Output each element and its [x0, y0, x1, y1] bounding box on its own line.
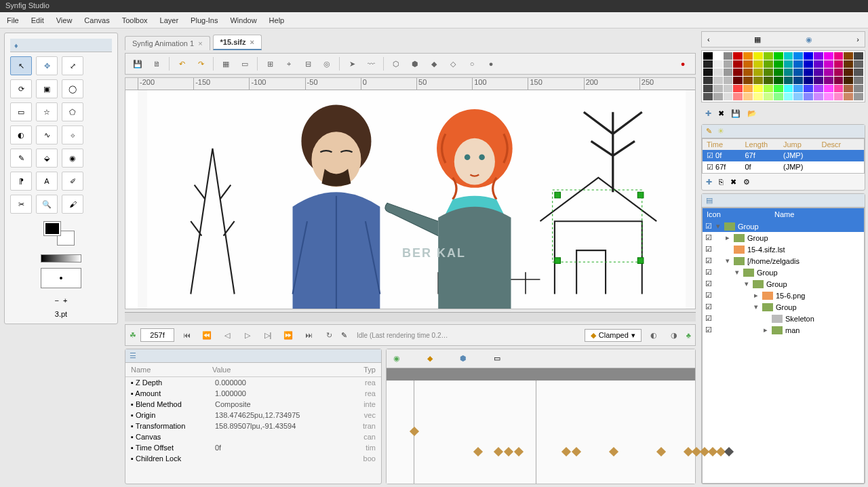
layer-row[interactable]: ☑▾Group [703, 278, 864, 290]
palette1-icon[interactable]: ▦ [754, 35, 761, 44]
keyframe-row[interactable]: ☑ 0f67f(JMP) [703, 150, 864, 161]
palette-color[interactable] [834, 93, 844, 100]
mirror-tool[interactable]: ▣ [36, 79, 58, 98]
param-row[interactable]: ▪ Z Depth0.000000rea [125, 377, 381, 388]
palette-color[interactable] [793, 60, 803, 68]
play-icon[interactable]: ▷ [239, 327, 256, 343]
palette-color[interactable] [703, 69, 713, 76]
timeline-ruler[interactable] [387, 368, 695, 381]
width-tool[interactable]: ◉ [62, 149, 83, 168]
palette-color[interactable] [713, 69, 723, 76]
palette-color[interactable] [844, 93, 853, 100]
palette-color[interactable] [733, 77, 743, 84]
palette-color[interactable] [804, 60, 813, 68]
cutout-tool[interactable]: ✂ [10, 195, 32, 214]
size-minus[interactable]: − [55, 296, 59, 305]
palette-color[interactable] [753, 52, 763, 60]
palette-color[interactable] [774, 60, 783, 68]
seek-prev-kf-icon[interactable]: ⏪ [199, 327, 215, 343]
delete-color-icon[interactable]: ✖ [718, 109, 724, 118]
palette-color[interactable] [743, 93, 753, 100]
palette-color[interactable] [703, 77, 713, 84]
palette-color[interactable] [784, 52, 793, 60]
transform-tool[interactable]: ↖ [10, 56, 32, 75]
palette-color[interactable] [774, 85, 783, 92]
palette-color[interactable] [784, 69, 793, 76]
palette-color[interactable] [854, 69, 863, 76]
close-icon[interactable]: × [250, 38, 254, 46]
spline-tool[interactable]: ∿ [36, 125, 58, 144]
mode2-icon[interactable]: ◑ [666, 327, 682, 343]
h-scrollbar[interactable] [125, 312, 696, 322]
path-icon[interactable]: 〰 [363, 56, 379, 72]
save-icon[interactable]: 💾 [130, 56, 146, 72]
grid-icon[interactable]: ⊞ [262, 56, 278, 72]
seek-next-icon[interactable]: ▷| [260, 327, 276, 343]
palette-color[interactable] [724, 77, 733, 84]
tl-icon2[interactable]: ◆ [427, 354, 433, 363]
layer-row[interactable]: ☑▾[/home/zelgadis [703, 255, 864, 267]
load-palette-icon[interactable]: 📂 [747, 109, 757, 118]
sketch-tool[interactable]: ✐ [62, 172, 83, 191]
palette-color[interactable] [844, 69, 853, 76]
palette-color[interactable] [814, 60, 823, 68]
tab-animation-1[interactable]: Synfig Animation 1× [125, 36, 210, 50]
palette-color[interactable] [854, 52, 863, 60]
save-all-icon[interactable]: 🗎 [149, 56, 165, 72]
seek-start-icon[interactable]: ⏮ [178, 327, 195, 343]
menu-plugins[interactable]: Plug-Ins [191, 16, 218, 24]
palette-color[interactable] [774, 93, 783, 100]
rotate-tool[interactable]: ⟳ [10, 79, 32, 98]
param-row[interactable]: ▪ Canvascan [125, 431, 381, 442]
menu-file[interactable]: File [7, 16, 19, 24]
kf-dup-icon[interactable]: ⎘ [719, 178, 724, 186]
canvas-viewport[interactable]: BER KAL [138, 90, 695, 309]
palette-color[interactable] [854, 77, 863, 84]
palette-color[interactable] [804, 93, 813, 100]
palette-color[interactable] [774, 69, 783, 76]
seek-next-kf-icon[interactable]: ⏩ [280, 327, 296, 343]
preview-icon[interactable]: ▭ [237, 56, 253, 72]
palette-color[interactable] [854, 60, 863, 68]
timeline-body[interactable] [387, 381, 695, 484]
interpolation-dropdown[interactable]: ◆Clamped▾ [585, 329, 642, 342]
handle6-icon[interactable]: ● [483, 56, 499, 72]
layer-row[interactable]: ☑▸15-6.png [703, 290, 864, 301]
record-icon[interactable]: ● [675, 56, 691, 72]
palette-color[interactable] [713, 52, 723, 60]
palette-color[interactable] [764, 60, 773, 68]
palette-color[interactable] [814, 85, 823, 92]
move-tool[interactable]: ✥ [36, 56, 58, 75]
palette-color[interactable] [743, 60, 753, 68]
next-palette-icon[interactable]: › [856, 35, 859, 43]
text-tool[interactable]: A [36, 172, 58, 191]
cursor-icon[interactable]: ➤ [344, 56, 360, 72]
menu-canvas[interactable]: Canvas [84, 16, 109, 24]
handle-icon[interactable]: ⬡ [388, 56, 404, 72]
color-swatch[interactable] [44, 222, 78, 249]
gradient-swatch[interactable] [41, 254, 81, 262]
palette-color[interactable] [703, 60, 713, 68]
palette-color[interactable] [844, 85, 853, 92]
add-color-icon[interactable]: ✚ [705, 109, 711, 118]
palette-color[interactable] [724, 60, 733, 68]
onion-icon[interactable]: ◎ [319, 56, 335, 72]
save-palette-icon[interactable]: 💾 [731, 109, 741, 118]
param-row[interactable]: ▪ Children Lockboo [125, 453, 381, 464]
palette-color[interactable] [824, 93, 833, 100]
fill-tool[interactable]: ⬙ [36, 149, 58, 168]
menu-window[interactable]: Window [230, 16, 256, 24]
palette-color[interactable] [844, 52, 853, 60]
palette-color[interactable] [784, 60, 793, 68]
seek-end-icon[interactable]: ⏭ [300, 327, 317, 343]
palette-color[interactable] [793, 52, 803, 60]
palette-color[interactable] [854, 93, 863, 100]
layers-tab-icon[interactable]: ▤ [706, 196, 713, 205]
kf-props-icon[interactable]: ⚙ [743, 178, 750, 187]
palette-color[interactable] [743, 69, 753, 76]
palette-color[interactable] [844, 77, 853, 84]
redo-icon[interactable]: ↷ [193, 56, 209, 72]
palette-color[interactable] [743, 52, 753, 60]
menu-view[interactable]: View [56, 16, 73, 24]
palette-color[interactable] [713, 77, 723, 84]
